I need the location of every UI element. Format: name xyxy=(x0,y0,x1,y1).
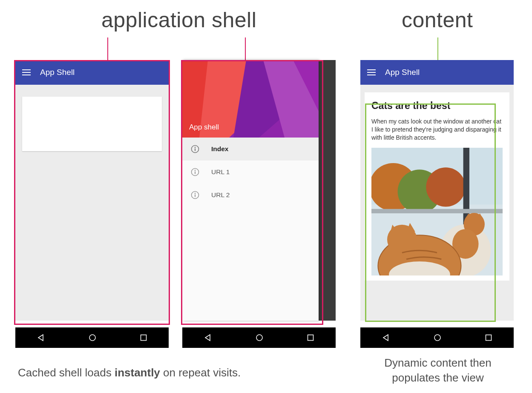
article-image-cats xyxy=(371,148,503,275)
svg-marker-45 xyxy=(383,335,388,341)
content-card: Cats are the best When my cats look out … xyxy=(365,92,509,281)
drawer-item-label: URL 2 xyxy=(211,191,230,199)
svg-point-43 xyxy=(256,335,262,341)
nav-recent-icon[interactable] xyxy=(485,334,492,341)
article-body: When my cats look out the window at anot… xyxy=(371,118,503,142)
nav-back-icon[interactable] xyxy=(382,334,390,341)
info-icon xyxy=(191,168,199,176)
caption-left-post: on repeat visits. xyxy=(160,366,241,379)
phone-shell-empty: App Shell xyxy=(15,60,169,321)
drawer-item-url1[interactable]: URL 1 xyxy=(182,161,319,184)
nav-recent-icon[interactable] xyxy=(307,334,314,341)
svg-point-40 xyxy=(89,335,95,341)
caption-left-pre: Cached shell loads xyxy=(18,366,115,379)
drawer-header: App shell xyxy=(182,60,319,138)
nav-back-icon[interactable] xyxy=(204,334,212,341)
drawer-item-index[interactable]: Index xyxy=(182,138,319,161)
nav-home-icon[interactable] xyxy=(89,334,96,341)
pointer-line xyxy=(107,37,108,60)
svg-rect-41 xyxy=(141,335,146,341)
info-icon xyxy=(191,145,199,153)
nav-recent-icon[interactable] xyxy=(140,334,147,341)
svg-point-25 xyxy=(426,167,465,207)
svg-rect-47 xyxy=(486,335,491,341)
svg-point-16 xyxy=(195,193,196,194)
drawer-item-url2[interactable]: URL 2 xyxy=(182,184,319,207)
drawer-item-label: Index xyxy=(211,145,228,153)
caption-right: Dynamic content then populates the view xyxy=(365,356,510,385)
android-nav-bar xyxy=(360,327,514,348)
drawer-list: Index URL 1 URL 2 xyxy=(182,138,319,207)
app-bar: App Shell xyxy=(15,60,169,85)
svg-point-46 xyxy=(434,335,440,341)
android-nav-bar xyxy=(15,327,169,348)
app-bar-title: App Shell xyxy=(385,68,420,77)
android-nav-bar xyxy=(182,327,336,348)
app-bar-title: App Shell xyxy=(40,68,75,77)
drawer-item-label: URL 1 xyxy=(211,168,230,176)
svg-marker-42 xyxy=(205,335,210,341)
drawer-header-title: App shell xyxy=(189,123,219,132)
phone-content: App Shell Cats are the best When my cats… xyxy=(360,60,514,321)
svg-rect-11 xyxy=(195,149,196,151)
pointer-line xyxy=(245,37,246,60)
caption-left: Cached shell loads instantly on repeat v… xyxy=(18,366,241,379)
svg-rect-17 xyxy=(195,195,196,197)
nav-back-icon[interactable] xyxy=(37,334,45,341)
svg-rect-14 xyxy=(195,172,196,174)
svg-rect-44 xyxy=(308,335,313,341)
nav-home-icon[interactable] xyxy=(256,334,263,341)
hamburger-icon[interactable] xyxy=(22,69,31,75)
app-bar: App Shell xyxy=(360,60,514,85)
article-title: Cats are the best xyxy=(371,100,503,112)
nav-home-icon[interactable] xyxy=(434,334,441,341)
hamburger-icon[interactable] xyxy=(367,69,376,75)
svg-rect-27 xyxy=(371,209,503,213)
svg-marker-39 xyxy=(38,335,43,341)
caption-left-bold: instantly xyxy=(115,366,160,379)
label-content: content xyxy=(402,8,473,32)
info-icon xyxy=(191,191,199,199)
label-application-shell: application shell xyxy=(101,8,256,32)
phone-shell-drawer: App shell Index URL 1 URL 2 xyxy=(182,60,336,321)
nav-drawer: App shell Index URL 1 URL 2 xyxy=(182,60,319,321)
empty-content-card xyxy=(22,97,162,151)
svg-point-10 xyxy=(195,147,196,148)
svg-point-13 xyxy=(195,170,196,171)
